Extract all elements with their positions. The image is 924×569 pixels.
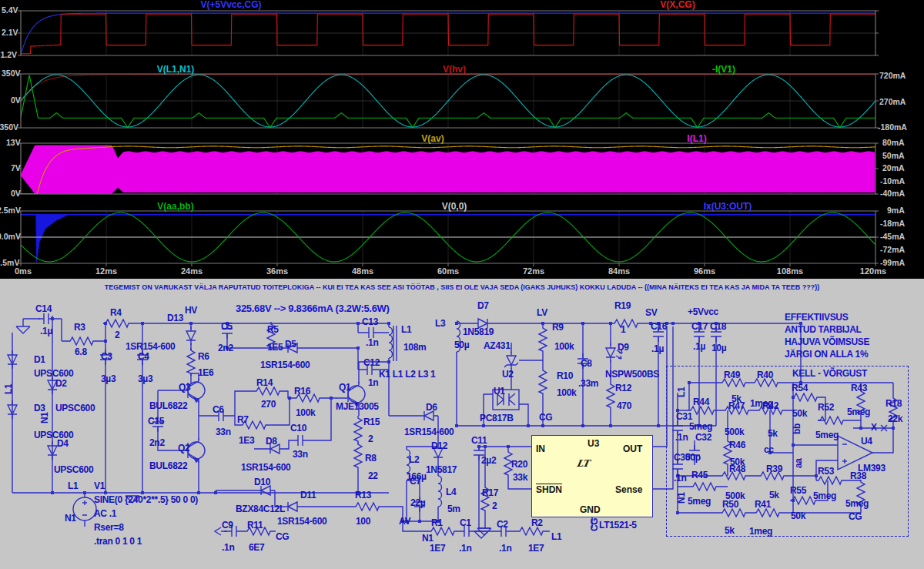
component-dl — [283, 343, 302, 353]
component-dr — [474, 319, 492, 328]
component-resh — [254, 387, 282, 395]
component-resh — [757, 407, 785, 414]
component-capv — [137, 350, 148, 365]
component-resh — [517, 527, 545, 535]
component-capv — [672, 420, 683, 436]
schematic-comment: TEGEMIST ON VARUKAST VÄLJA RAPUTATUD TOI… — [0, 283, 924, 291]
component-capv — [689, 445, 700, 460]
component-src — [73, 497, 96, 520]
component-arrl — [215, 527, 227, 535]
component-resh — [245, 527, 273, 535]
component-resh — [429, 527, 457, 535]
component-dl — [256, 486, 275, 495]
component-resh — [816, 477, 844, 484]
schematic-wiring — [12, 316, 893, 531]
component-resh — [752, 379, 780, 387]
component-resv — [889, 396, 897, 423]
component-resv — [607, 382, 614, 410]
component-npn — [348, 382, 365, 407]
component-capv — [578, 353, 588, 369]
component-resh — [792, 393, 819, 401]
component-caph — [496, 526, 511, 537]
component-dl — [420, 411, 438, 420]
component-resv — [267, 322, 275, 350]
component-capv — [672, 459, 683, 474]
component-indv — [457, 321, 460, 352]
component-resv — [539, 368, 547, 396]
component-resv — [354, 442, 362, 470]
component-resv — [481, 485, 489, 513]
component-zd — [504, 352, 518, 369]
component-resh — [353, 503, 381, 510]
component-capv — [222, 323, 233, 339]
component-resv — [857, 389, 865, 417]
component-resv — [354, 416, 362, 443]
component-opto — [493, 390, 519, 410]
component-resh — [691, 483, 718, 490]
component-resh — [294, 394, 322, 402]
schematic-components — [8, 313, 897, 538]
component-core — [393, 326, 397, 361]
component-indv — [407, 450, 410, 480]
component-resv — [539, 326, 547, 353]
component-resh — [240, 421, 268, 429]
component-indv — [438, 476, 442, 507]
component-caph — [363, 327, 379, 338]
component-indv — [389, 327, 393, 358]
component-dd — [186, 326, 196, 345]
component-resv — [724, 439, 732, 467]
component-caph — [459, 526, 474, 537]
component-resh — [720, 509, 748, 517]
component-dl — [283, 502, 302, 511]
component-npn — [188, 438, 205, 463]
component-caph — [213, 410, 229, 421]
component-dl — [266, 444, 284, 454]
component-capv — [152, 417, 163, 432]
component-capv — [100, 350, 111, 365]
component-caph — [293, 435, 308, 446]
component-resv — [187, 348, 195, 376]
component-resh — [720, 472, 748, 480]
component-resh — [758, 472, 786, 480]
component-capv — [694, 326, 705, 342]
component-resh — [68, 337, 95, 345]
ltspice-window: U3 IN OUT SHDN Sense GND LT TEGEMIST ON … — [0, 0, 924, 569]
component-caph — [362, 364, 377, 375]
component-led — [606, 343, 622, 362]
component-resh — [754, 509, 782, 517]
component-resh — [720, 379, 748, 387]
component-resv — [504, 450, 512, 477]
component-resh — [103, 320, 131, 327]
component-capv — [414, 497, 425, 512]
component-resh — [688, 407, 716, 414]
component-caph — [226, 526, 242, 537]
component-resh — [612, 320, 640, 327]
component-gnd — [126, 496, 139, 503]
component-resv — [857, 480, 865, 507]
component-capv — [711, 326, 721, 342]
component-capv — [653, 326, 664, 342]
component-gnd — [16, 326, 30, 333]
component-comp — [838, 436, 872, 470]
wire-junctions — [51, 317, 895, 523]
